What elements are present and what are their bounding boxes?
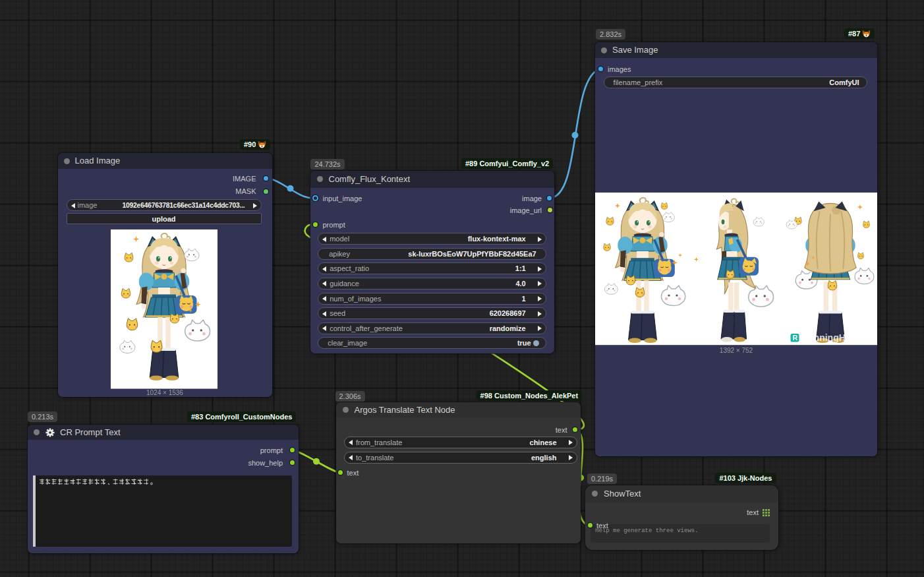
svg-text:RunningHub: RunningHub (801, 332, 857, 343)
svg-text:R: R (792, 334, 797, 342)
